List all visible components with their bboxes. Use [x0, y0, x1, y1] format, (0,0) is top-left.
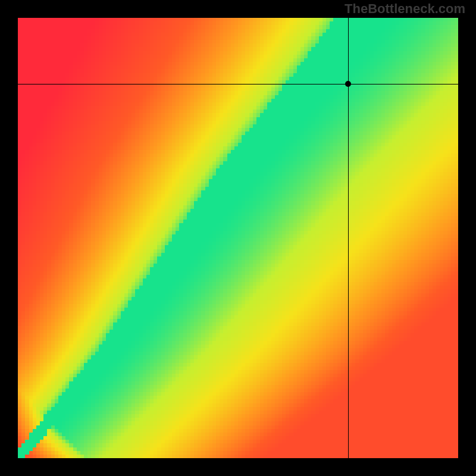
selection-marker [345, 81, 351, 87]
bottleneck-heatmap [18, 18, 458, 458]
crosshair-horizontal [18, 84, 458, 84]
watermark-label: TheBottleneck.com [345, 1, 465, 17]
